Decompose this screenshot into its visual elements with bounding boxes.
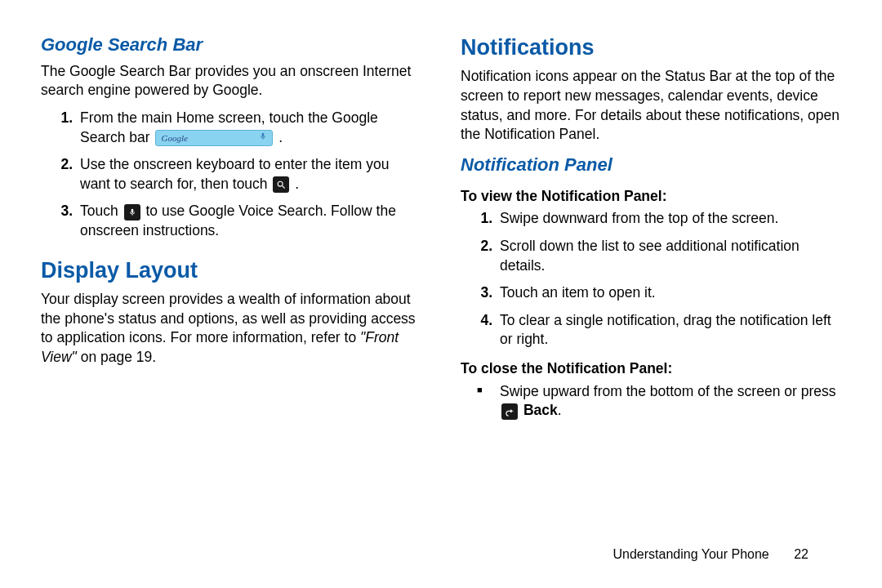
back-icon [501,403,518,420]
heading-notifications: Notifications [461,33,841,62]
google-search-bar-icon: Google [155,130,273,146]
view-step-2: Scroll down the list to see additional n… [497,237,841,275]
step-2-text-a: Use the onscreen keyboard to enter the i… [80,156,389,192]
view-step-4: To clear a single notification, drag the… [497,311,841,350]
step-2: Use the onscreen keyboard to enter the i… [77,155,421,194]
notifications-intro: Notification icons appear on the Status … [461,67,841,145]
mic-icon [259,131,267,145]
step-1: From the main Home screen, touch the Goo… [77,109,421,147]
heading-notification-panel: Notification Panel [461,153,841,177]
google-search-steps: From the main Home screen, touch the Goo… [41,109,421,241]
back-label: Back [523,402,558,418]
footer-page-number: 22 [794,547,808,561]
view-step-1: Swipe downward from the top of the scree… [497,209,841,229]
page-footer: Understanding Your Phone 22 [41,546,841,564]
step-3-text-a: Touch [80,203,122,219]
subhead-view-panel: To view the Notification Panel: [461,187,841,207]
step-2-text-b: . [295,176,299,192]
display-layout-text: Your display screen provides a wealth of… [41,290,421,368]
subhead-close-panel: To close the Notification Panel: [461,359,841,379]
footer-section: Understanding Your Phone [612,547,768,561]
display-layout-a: Your display screen provides a wealth of… [41,291,416,345]
step-3: Touch to use Google Voice Search. Follow… [77,202,421,240]
right-column: Notifications Notification icons appear … [461,33,841,537]
left-column: Google Search Bar The Google Search Bar … [41,33,421,537]
step-1-text-b: . [278,129,283,145]
close-panel-steps: Swipe upward from the bottom of the scre… [461,382,841,421]
display-layout-b: on page 19. [81,349,156,365]
close-step-1: Swipe upward from the bottom of the scre… [497,382,841,421]
search-icon [273,176,289,193]
close-step-1-a: Swipe upward from the bottom of the scre… [500,383,835,399]
google-search-bar-label: Google [161,132,187,145]
view-step-3: Touch an item to open it. [497,283,841,303]
google-search-intro: The Google Search Bar provides you an on… [41,62,421,100]
voice-search-icon [124,204,140,220]
heading-display-layout: Display Layout [41,256,421,285]
heading-google-search: Google Search Bar [41,33,421,57]
close-step-1-b: . [558,402,562,418]
view-panel-steps: Swipe downward from the top of the scree… [461,209,841,350]
